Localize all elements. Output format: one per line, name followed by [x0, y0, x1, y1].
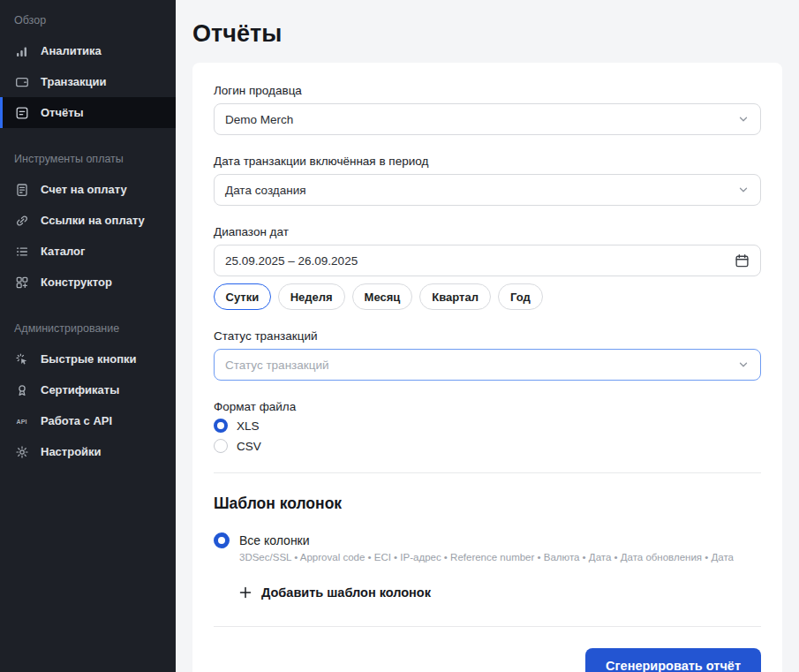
- status-group: Статус транзакций Статус транзакций: [214, 329, 761, 381]
- radio-selected-icon[interactable]: [214, 419, 228, 433]
- date-type-select[interactable]: Дата создания: [214, 174, 761, 206]
- catalog-icon: [14, 244, 29, 259]
- period-chip-week[interactable]: Неделя: [278, 283, 345, 310]
- section-label-payment-tools: Инструменты оплаты: [0, 142, 176, 174]
- date-range-value: 25.09.2025 – 26.09.2025: [225, 254, 358, 268]
- status-select[interactable]: Статус транзакций: [214, 349, 761, 381]
- format-option-xls[interactable]: XLS: [214, 419, 761, 433]
- status-placeholder: Статус транзакций: [225, 359, 329, 372]
- sidebar-section-overview: Обзор Аналитика Транзакции Отчёты: [0, 4, 176, 128]
- sidebar-item-label: Ссылки на оплату: [41, 214, 145, 227]
- all-columns-texts: Все колонки 3DSec/SSL • Approval code • …: [239, 532, 734, 563]
- period-presets: Сутки Неделя Месяц Квартал Год: [214, 283, 761, 310]
- page-title: Отчёты: [192, 19, 782, 49]
- date-type-value: Дата создания: [225, 184, 306, 197]
- columns-preview: 3DSec/SSL • Approval code • ECI • IP-адр…: [239, 552, 734, 563]
- plus-icon: [238, 585, 253, 600]
- sidebar-item-quick-buttons[interactable]: Быстрые кнопки: [0, 344, 176, 374]
- section-label-overview: Обзор: [0, 4, 176, 35]
- period-chip-quarter[interactable]: Квартал: [419, 283, 491, 310]
- main-content: Отчёты Логин продавца Demo Merch Дата тр…: [176, 0, 799, 672]
- merchant-login-group: Логин продавца Demo Merch: [214, 84, 761, 135]
- form-footer: Сгенерировать отчёт: [214, 648, 761, 672]
- section-label-administration: Администрирование: [0, 312, 176, 344]
- sidebar-item-label: Транзакции: [41, 75, 106, 88]
- date-range-group: Диапазон дат 25.09.2025 – 26.09.2025 Сут…: [214, 225, 761, 310]
- api-icon: API: [14, 413, 29, 428]
- sidebar-item-label: Работа с API: [41, 414, 112, 427]
- period-chip-day[interactable]: Сутки: [214, 283, 271, 310]
- sidebar-item-label: Аналитика: [41, 44, 102, 57]
- sidebar-item-certificates[interactable]: Сертификаты: [0, 374, 176, 405]
- file-format-group: Формат файла XLS CSV: [214, 400, 761, 453]
- sidebar-item-settings[interactable]: Настройки: [0, 436, 176, 467]
- status-label: Статус транзакций: [214, 329, 761, 343]
- chevron-down-icon: [737, 184, 750, 196]
- payment-link-icon: [14, 213, 29, 228]
- sidebar-item-label: Отчёты: [41, 106, 84, 119]
- format-option-label: XLS: [237, 419, 260, 433]
- merchant-login-label: Логин продавца: [214, 84, 761, 97]
- period-chip-month[interactable]: Месяц: [352, 283, 413, 310]
- certificates-icon: [14, 382, 29, 397]
- invoice-icon: [14, 182, 29, 197]
- radio-selected-icon[interactable]: [214, 532, 230, 548]
- date-type-group: Дата транзакции включённая в период Дата…: [214, 155, 761, 206]
- format-option-csv[interactable]: CSV: [214, 439, 761, 453]
- app-root: Обзор Аналитика Транзакции Отчёты: [0, 0, 799, 672]
- chevron-down-icon: [737, 113, 750, 125]
- analytics-icon: [14, 43, 29, 58]
- sidebar: Обзор Аналитика Транзакции Отчёты: [0, 0, 176, 672]
- sidebar-item-payment-links[interactable]: Ссылки на оплату: [0, 205, 176, 236]
- quick-buttons-icon: [14, 351, 29, 366]
- add-columns-template-label: Добавить шаблон колонок: [261, 585, 431, 600]
- sidebar-item-label: Настройки: [41, 445, 102, 458]
- columns-template-heading: Шаблон колонок: [214, 495, 761, 513]
- all-columns-option[interactable]: Все колонки 3DSec/SSL • Approval code • …: [214, 532, 761, 563]
- transactions-icon: [14, 74, 29, 89]
- generate-report-button[interactable]: Сгенерировать отчёт: [585, 648, 761, 672]
- sidebar-item-transactions[interactable]: Транзакции: [0, 66, 176, 97]
- sidebar-item-analytics[interactable]: Аналитика: [0, 35, 176, 66]
- chevron-down-icon: [737, 359, 750, 371]
- calendar-icon[interactable]: [735, 253, 750, 268]
- merchant-login-value: Demo Merch: [225, 113, 293, 126]
- date-range-label: Диапазон дат: [214, 225, 761, 238]
- format-option-label: CSV: [237, 440, 261, 453]
- sidebar-item-label: Каталог: [41, 245, 85, 258]
- sidebar-item-catalog[interactable]: Каталог: [0, 236, 176, 267]
- sidebar-item-label: Конструктор: [41, 276, 112, 289]
- report-form-card: Логин продавца Demo Merch Дата транзакци…: [192, 63, 782, 672]
- sidebar-item-constructor[interactable]: Конструктор: [0, 267, 176, 298]
- period-chip-year[interactable]: Год: [498, 283, 543, 310]
- sidebar-item-label: Счет на оплату: [41, 183, 127, 196]
- date-range-input[interactable]: 25.09.2025 – 26.09.2025: [214, 245, 761, 276]
- svg-text:API: API: [17, 418, 27, 425]
- merchant-login-select[interactable]: Demo Merch: [214, 103, 761, 135]
- reports-icon: [14, 105, 29, 120]
- divider: [214, 626, 761, 627]
- sidebar-section-administration: Администрирование Быстрые кнопки Сертифи…: [0, 312, 176, 467]
- date-type-label: Дата транзакции включённая в период: [214, 155, 761, 168]
- settings-icon: [14, 444, 29, 459]
- radio-unselected-icon[interactable]: [214, 439, 228, 453]
- add-columns-template-button[interactable]: Добавить шаблон колонок: [238, 585, 761, 600]
- sidebar-item-label: Сертификаты: [41, 383, 119, 396]
- sidebar-item-label: Быстрые кнопки: [41, 352, 137, 366]
- sidebar-item-api[interactable]: API Работа с API: [0, 405, 176, 436]
- divider: [214, 472, 761, 473]
- file-format-label: Формат файла: [214, 400, 761, 413]
- all-columns-label: Все колонки: [239, 532, 734, 547]
- sidebar-section-payment-tools: Инструменты оплаты Счет на оплату Ссылки…: [0, 142, 176, 298]
- sidebar-item-reports[interactable]: Отчёты: [0, 97, 176, 128]
- constructor-icon: [14, 275, 29, 290]
- sidebar-item-invoice[interactable]: Счет на оплату: [0, 174, 176, 205]
